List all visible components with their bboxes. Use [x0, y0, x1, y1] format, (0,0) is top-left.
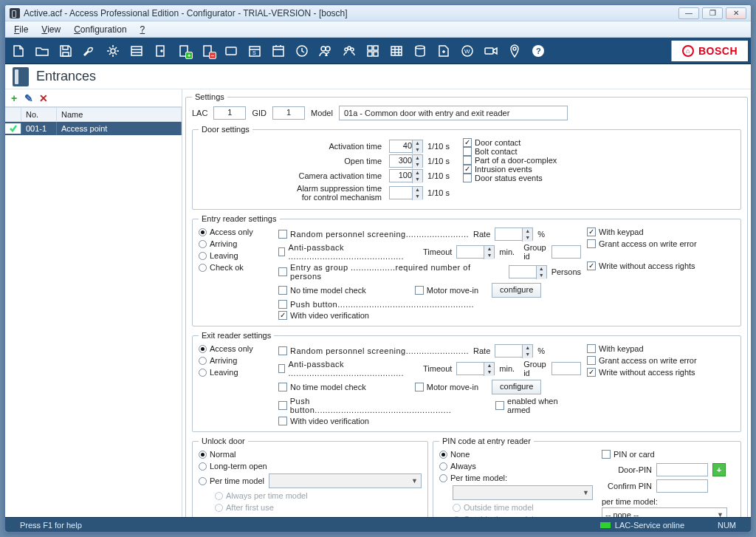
entry-apb-checkbox[interactable]: Anti-passback ..........................… [278, 243, 419, 261]
exit-armed-checkbox[interactable]: enabled when armed [495, 397, 581, 414]
tb-schedule-icon[interactable]: S [244, 41, 265, 61]
exit-random-checkbox[interactable]: Random personnel screening..............… [278, 346, 469, 355]
unlock-ptm-select[interactable]: ▼ [269, 473, 422, 488]
tb-map-pin-icon[interactable] [504, 41, 525, 61]
pin-time-model-select[interactable]: -- none --▼ [602, 507, 727, 517]
exit-push-checkbox[interactable]: Push button.............................… [278, 397, 469, 414]
exit-grant-checkbox[interactable]: Grant access on write error [587, 356, 735, 365]
bolt-contact-checkbox[interactable]: Bolt contact [463, 147, 735, 156]
pin-always-radio[interactable]: Always [439, 462, 593, 471]
entry-ntm-checkbox[interactable]: No time model check [278, 286, 366, 295]
svg-point-26 [513, 47, 516, 50]
model-field[interactable]: 01a - Common door with entry and exit re… [339, 106, 568, 120]
exit-timeout-field[interactable]: ▲▼ [456, 362, 495, 375]
exit-access-only-radio[interactable]: Access only [199, 344, 272, 353]
intrusion-events-checkbox[interactable]: Intrusion events [463, 165, 735, 174]
exit-apb-checkbox[interactable]: Anti-passback ..........................… [278, 360, 419, 377]
tb-new-icon[interactable] [8, 41, 29, 61]
door-pin-field[interactable] [656, 463, 708, 476]
confirm-pin-field[interactable] [656, 479, 708, 493]
unlock-lt-radio[interactable]: Long-term open [199, 462, 422, 471]
exit-write-checkbox[interactable]: Write without access rights [587, 368, 735, 377]
activation-time-field[interactable]: 40▲▼ [389, 140, 423, 153]
tb-door-del-icon[interactable]: − [197, 41, 218, 61]
exit-motor-checkbox[interactable]: Motor move-in [415, 383, 478, 391]
unlock-normal-radio[interactable]: Normal [199, 450, 422, 459]
tb-table-icon[interactable] [386, 41, 407, 61]
tb-help-icon[interactable]: ? [528, 41, 549, 61]
pin-ptm-select[interactable]: ▼ [453, 485, 593, 500]
door-contact-checkbox[interactable]: Door contact [463, 138, 735, 147]
menu-help[interactable]: ? [134, 23, 151, 36]
menu-file[interactable]: File [8, 23, 34, 36]
pin-ptm-radio[interactable]: Per time model: [439, 473, 593, 482]
tb-list-icon[interactable] [126, 41, 147, 61]
exit-configure-button[interactable]: configure [492, 380, 541, 394]
tb-card-icon[interactable] [221, 41, 241, 61]
entry-rate-field[interactable]: ▲▼ [495, 228, 533, 241]
entry-keypad-checkbox[interactable]: With keypad [587, 228, 735, 236]
entry-motor-checkbox[interactable]: Motor move-in [415, 286, 478, 295]
svg-point-22 [416, 46, 425, 49]
delete-entrance-button[interactable]: ✕ [38, 92, 49, 104]
menu-configuration[interactable]: Configuration [68, 23, 132, 36]
pin-none-radio[interactable]: None [439, 450, 593, 459]
open-time-field[interactable]: 300▲▼ [389, 154, 423, 168]
tb-save-icon[interactable] [55, 41, 76, 61]
tb-camera-icon[interactable] [481, 41, 501, 61]
lac-field[interactable]: 1 [213, 106, 246, 120]
minimize-button[interactable]: — [678, 7, 699, 19]
tb-group-icon[interactable] [339, 41, 360, 61]
tb-door-icon[interactable] [150, 41, 171, 61]
entry-video-checkbox[interactable]: With video verification [278, 311, 369, 320]
tb-word-icon[interactable]: W [457, 41, 478, 61]
svg-text:W: W [464, 48, 470, 55]
svg-rect-19 [368, 52, 372, 56]
menu-view[interactable]: View [35, 23, 66, 36]
exit-leaving-radio[interactable]: Leaving [199, 368, 272, 377]
maximize-button[interactable]: ❐ [702, 7, 723, 19]
entry-groupid-field[interactable] [551, 245, 581, 259]
entry-push-checkbox[interactable]: Push button.............................… [278, 300, 474, 309]
exit-groupid-field[interactable] [551, 362, 581, 375]
entry-grant-checkbox[interactable]: Grant access on write error [587, 239, 735, 248]
tb-grid-icon[interactable] [362, 41, 383, 61]
door-complex-checkbox[interactable]: Part of a door-complex [463, 156, 735, 165]
close-button[interactable]: ✕ [726, 7, 746, 19]
entry-access-only-radio[interactable]: Access only [199, 228, 272, 236]
entry-group-checkbox[interactable]: Entry as group .................required… [278, 263, 504, 281]
exit-ntm-checkbox[interactable]: No time model check [278, 383, 366, 391]
tb-users-icon[interactable] [315, 41, 336, 61]
exit-arriving-radio[interactable]: Arriving [199, 356, 272, 365]
gid-field[interactable]: 1 [272, 106, 305, 120]
add-entrance-button[interactable]: + [8, 92, 20, 104]
alarm-suppression-field[interactable]: ▲▼ [389, 186, 423, 199]
tb-config-icon[interactable] [103, 41, 123, 61]
pin-or-card-checkbox[interactable]: PIN or card [602, 450, 735, 459]
entry-persons-field[interactable]: ▲▼ [509, 265, 547, 278]
add-pin-button[interactable]: + [712, 463, 726, 476]
exit-video-checkbox[interactable]: With video verification [278, 417, 369, 425]
tb-export-icon[interactable] [433, 41, 454, 61]
tb-calendar-icon[interactable] [268, 41, 289, 61]
tb-db-icon[interactable] [410, 41, 430, 61]
tb-wrench-icon[interactable] [79, 41, 100, 61]
entry-checkok-radio[interactable]: Check ok [199, 263, 272, 272]
entry-random-checkbox[interactable]: Random personnel screening..............… [278, 230, 469, 239]
camera-time-field[interactable]: 100▲▼ [389, 169, 423, 182]
tb-clock-icon[interactable] [292, 41, 312, 61]
exit-rate-field[interactable]: ▲▼ [495, 344, 533, 358]
entry-leaving-radio[interactable]: Leaving [199, 251, 272, 260]
entry-write-checkbox[interactable]: Write without access rights [587, 261, 735, 270]
entry-arriving-radio[interactable]: Arriving [199, 239, 272, 248]
tb-door-add-icon[interactable]: + [173, 41, 194, 61]
svg-point-1 [111, 49, 115, 53]
unlock-ptm-radio[interactable]: Per time model [199, 476, 264, 485]
exit-keypad-checkbox[interactable]: With keypad [587, 344, 735, 353]
entry-timeout-field[interactable]: ▲▼ [456, 245, 495, 259]
door-status-events-checkbox[interactable]: Door status events [463, 174, 735, 182]
entry-configure-button[interactable]: configure [492, 283, 541, 298]
table-row[interactable]: 001-1 Access point [5, 122, 182, 135]
tb-open-icon[interactable] [32, 41, 52, 61]
edit-entrance-button[interactable]: ✎ [23, 92, 35, 104]
